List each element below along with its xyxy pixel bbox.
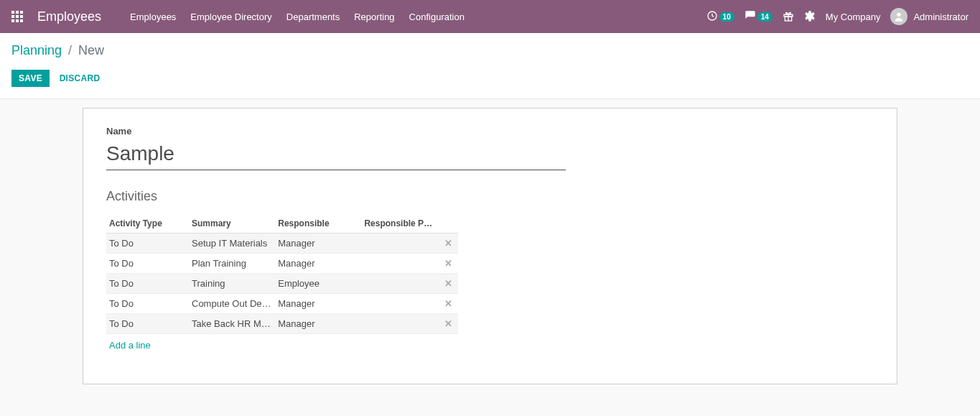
- nav-item-employees[interactable]: Employees: [130, 11, 176, 22]
- discard-button[interactable]: Discard: [52, 70, 108, 87]
- col-summary: Summary: [189, 214, 275, 234]
- activities-indicator[interactable]: 10: [706, 10, 734, 24]
- avatar-icon: [890, 8, 907, 25]
- add-line-link[interactable]: Add a line: [106, 334, 874, 356]
- breadcrumb: Planning / New: [11, 43, 969, 58]
- save-button[interactable]: Save: [11, 70, 50, 87]
- nav-item-departments[interactable]: Departments: [286, 11, 340, 22]
- delete-row-icon[interactable]: ✕: [444, 238, 452, 249]
- col-responsible: Responsible: [275, 214, 361, 234]
- svg-rect-5: [20, 15, 23, 18]
- cell-activity-type[interactable]: To Do: [106, 314, 189, 334]
- cell-responsible-person[interactable]: [361, 234, 438, 254]
- svg-rect-8: [20, 19, 23, 22]
- nav-item-reporting[interactable]: Reporting: [354, 11, 394, 22]
- svg-rect-6: [11, 19, 14, 22]
- col-responsible-person: Responsible P…: [361, 214, 438, 234]
- table-row[interactable]: To DoSetup IT MaterialsManager✕: [106, 234, 458, 254]
- table-row[interactable]: To DoCompute Out De…Manager✕: [106, 294, 458, 314]
- cell-responsible-person[interactable]: [361, 294, 438, 314]
- user-name: Administrator: [913, 11, 969, 22]
- settings-icon[interactable]: [804, 11, 816, 22]
- svg-rect-1: [16, 11, 19, 14]
- cell-summary[interactable]: Take Back HR M…: [189, 314, 275, 334]
- app-brand[interactable]: Employees: [37, 9, 101, 24]
- svg-rect-2: [20, 11, 23, 14]
- cell-summary[interactable]: Compute Out De…: [189, 294, 275, 314]
- cell-responsible[interactable]: Manager: [275, 254, 361, 274]
- delete-row-icon[interactable]: ✕: [444, 258, 452, 269]
- cell-responsible-person[interactable]: [361, 274, 438, 294]
- cell-activity-type[interactable]: To Do: [106, 294, 189, 314]
- cell-activity-type[interactable]: To Do: [106, 234, 189, 254]
- cell-responsible[interactable]: Manager: [275, 234, 361, 254]
- form-sheet: Name Activities Activity Type Summary Re…: [83, 108, 897, 384]
- activities-table: Activity Type Summary Responsible Respon…: [106, 214, 458, 334]
- table-row[interactable]: To DoTake Back HR M…Manager✕: [106, 314, 458, 334]
- nav-item-configuration[interactable]: Configuration: [409, 11, 465, 22]
- cell-responsible-person[interactable]: [361, 314, 438, 334]
- cell-activity-type[interactable]: To Do: [106, 254, 189, 274]
- apps-icon[interactable]: [11, 11, 23, 22]
- svg-rect-3: [11, 15, 14, 18]
- breadcrumb-parent[interactable]: Planning: [11, 43, 62, 57]
- discuss-indicator[interactable]: 14: [745, 10, 773, 24]
- nav-item-employee-directory[interactable]: Employee Directory: [190, 11, 271, 22]
- name-label: Name: [106, 126, 874, 137]
- user-menu[interactable]: Administrator: [890, 8, 969, 25]
- delete-row-icon[interactable]: ✕: [444, 278, 452, 289]
- delete-row-icon[interactable]: ✕: [444, 318, 452, 329]
- activities-title: Activities: [106, 189, 874, 204]
- top-navbar: Employees Employees Employee Directory D…: [0, 0, 980, 33]
- col-activity-type: Activity Type: [106, 214, 189, 234]
- nav-right: 10 14 My Company Administrator: [706, 8, 969, 25]
- delete-row-icon[interactable]: ✕: [444, 298, 452, 309]
- cell-responsible[interactable]: Manager: [275, 314, 361, 334]
- cell-activity-type[interactable]: To Do: [106, 274, 189, 294]
- nav-menu: Employees Employee Directory Departments…: [130, 11, 465, 22]
- cell-responsible[interactable]: Manager: [275, 294, 361, 314]
- svg-rect-4: [16, 15, 19, 18]
- sheet-container: Name Activities Activity Type Summary Re…: [0, 99, 980, 413]
- name-input[interactable]: [106, 139, 566, 170]
- breadcrumb-separator: /: [68, 43, 72, 57]
- cell-summary[interactable]: Setup IT Materials: [189, 234, 275, 254]
- svg-rect-7: [16, 19, 19, 22]
- activities-badge: 10: [719, 12, 734, 22]
- gift-icon[interactable]: [783, 11, 794, 22]
- company-switcher[interactable]: My Company: [826, 11, 881, 22]
- cell-summary[interactable]: Plan Training: [189, 254, 275, 274]
- control-panel: Planning / New Save Discard: [0, 33, 980, 99]
- chat-icon: [745, 10, 756, 24]
- cell-summary[interactable]: Training: [189, 274, 275, 294]
- table-row[interactable]: To DoTrainingEmployee✕: [106, 274, 458, 294]
- cell-responsible-person[interactable]: [361, 254, 438, 274]
- svg-rect-0: [11, 11, 14, 14]
- svg-point-12: [897, 13, 901, 17]
- breadcrumb-current: New: [78, 43, 104, 57]
- clock-icon: [706, 10, 718, 24]
- cell-responsible[interactable]: Employee: [275, 274, 361, 294]
- discuss-badge: 14: [757, 12, 773, 22]
- table-row[interactable]: To DoPlan TrainingManager✕: [106, 254, 458, 274]
